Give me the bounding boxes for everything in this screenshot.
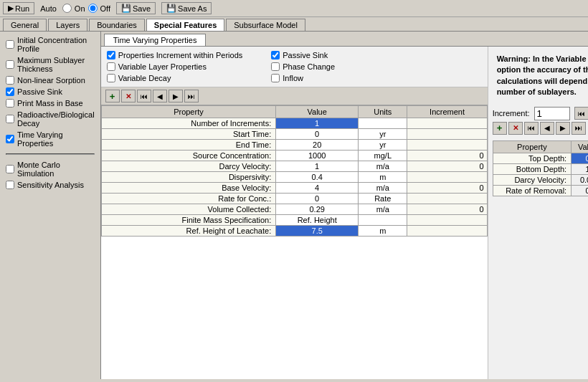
tab-boundaries[interactable]: Boundaries: [89, 19, 145, 31]
sub-row-value[interactable]: 0.01: [572, 174, 588, 185]
table-row: Source Concentration:1000mg/L0: [101, 151, 487, 161]
row-value[interactable]: 0.4: [276, 172, 359, 183]
tab-time-varying-properties[interactable]: Time Varying Properties: [104, 34, 207, 46]
item-print-mass: Print Mass in Base: [6, 97, 95, 109]
off-radio[interactable]: [88, 4, 98, 13]
row-value[interactable]: 4: [276, 183, 359, 194]
sub-prev-button[interactable]: ◀: [540, 122, 554, 135]
row-increment: [407, 194, 487, 204]
item-radioactive: Radioactive/Biological Decay: [6, 109, 95, 129]
sub-row-property: Darcy Velocity:: [493, 174, 572, 185]
sub-row-value[interactable]: 0: [572, 185, 588, 196]
max-sublayer-label: Maximum Sublayer Thickness: [17, 56, 95, 73]
monte-carlo-checkbox[interactable]: [6, 165, 14, 173]
increment-input[interactable]: [534, 107, 570, 120]
row-property: Ref. Height of Leachate:: [101, 226, 276, 237]
on-off-group: On Off: [62, 4, 110, 13]
sub-row-value[interactable]: 1: [572, 163, 588, 174]
nonlinear-sorption-checkbox[interactable]: [6, 76, 14, 85]
row-units: yr: [359, 140, 407, 151]
tab-general[interactable]: General: [3, 19, 47, 31]
row-property: Rate for Conc.:: [101, 194, 276, 204]
sub-table-toolbar: + ✕ ⏮ ◀ ▶ ⏭: [493, 120, 588, 136]
radioactive-label: Radioactive/Biological Decay: [17, 110, 95, 128]
row-value[interactable]: 1: [276, 118, 359, 129]
sub-next-button[interactable]: ▶: [556, 122, 570, 135]
row-value[interactable]: 0.29: [276, 204, 359, 215]
properties-increment-checkbox[interactable]: [107, 51, 115, 59]
row-value[interactable]: 1: [276, 161, 359, 172]
sub-table-row: Darcy Velocity:0.01m/a: [493, 174, 588, 185]
row-increment: [407, 129, 487, 140]
sub-last-button[interactable]: ⏭: [572, 122, 586, 135]
save-as-button[interactable]: 💾 Save As: [161, 2, 212, 14]
row-increment: 0: [407, 183, 487, 194]
sub-first-button[interactable]: ⏮: [524, 122, 539, 135]
sub-table-area: Property Value Units Top Depth:0mBottom …: [493, 140, 588, 196]
row-value[interactable]: 0: [276, 129, 359, 140]
tab-subsurface-model[interactable]: Subsurface Model: [226, 19, 305, 31]
variable-decay-checkbox[interactable]: [107, 74, 115, 82]
sub-add-button[interactable]: +: [493, 122, 507, 135]
print-mass-checkbox[interactable]: [6, 99, 14, 108]
right-panel: Time Varying Properties Properties Incre…: [101, 32, 588, 379]
checkbox-col-2: Passive Sink Phase Change Inflow: [271, 51, 335, 82]
on-radio[interactable]: [62, 4, 72, 13]
time-varying-checkbox[interactable]: [6, 135, 14, 143]
row-property: Source Concentration:: [101, 151, 276, 161]
passive-sink-opt-checkbox[interactable]: [271, 51, 280, 59]
prev-button[interactable]: ◀: [153, 90, 167, 102]
sub-col-property: Property: [493, 140, 572, 153]
item-max-sublayer: Maximum Sublayer Thickness: [6, 54, 95, 75]
table-row: Start Time:0yr: [101, 129, 487, 140]
add-row-button[interactable]: +: [105, 90, 120, 102]
inc-first-button[interactable]: ⏮: [574, 107, 588, 120]
row-value[interactable]: 7.5: [276, 226, 359, 237]
item-time-varying: Time Varying Properties: [6, 129, 95, 149]
row-value[interactable]: Ref. Height: [276, 215, 359, 226]
item-initial-concentration: Initial Concentration Profile: [6, 34, 95, 54]
passive-sink-opt-label: Passive Sink: [283, 51, 328, 59]
sub-table-row: Bottom Depth:1m: [493, 163, 588, 174]
sub-row-value[interactable]: 0: [572, 153, 588, 163]
tab-layers[interactable]: Layers: [48, 19, 87, 31]
right-sub-panel: Warning: In the Variable Properties opti…: [488, 47, 588, 379]
row-value[interactable]: 0: [276, 194, 359, 204]
first-button[interactable]: ⏮: [137, 90, 151, 102]
row-increment: 0: [407, 151, 487, 161]
last-button[interactable]: ⏭: [184, 90, 199, 102]
delete-row-button[interactable]: ✕: [121, 90, 136, 102]
phase-change-checkbox[interactable]: [271, 62, 280, 71]
table-row: Rate for Conc.:0Rate: [101, 194, 487, 204]
save-button[interactable]: 💾 Save: [116, 2, 156, 14]
initial-concentration-checkbox[interactable]: [6, 40, 14, 49]
warning-text: Warning: In the Variable Properties opti…: [493, 51, 588, 101]
max-sublayer-checkbox[interactable]: [6, 60, 14, 69]
passive-sink-checkbox[interactable]: [6, 87, 14, 96]
row-units: m/a: [359, 183, 407, 194]
tab-special-features[interactable]: Special Features: [146, 19, 224, 31]
time-varying-label: Time Varying Properties: [17, 130, 95, 148]
row-property: Start Time:: [101, 129, 276, 140]
row-value[interactable]: 20: [276, 140, 359, 151]
variable-layer-checkbox[interactable]: [107, 62, 115, 71]
col-property: Property: [101, 106, 276, 118]
inflow-label: Inflow: [283, 74, 303, 82]
sensitivity-checkbox[interactable]: [6, 181, 14, 189]
run-button[interactable]: ▶ Run: [3, 2, 34, 14]
save-as-icon: 💾: [166, 4, 176, 13]
table-row: Dispersivity:0.4m: [101, 172, 487, 183]
next-button[interactable]: ▶: [169, 90, 183, 102]
check-variable-layer: Variable Layer Properties: [107, 62, 243, 71]
sub-delete-button[interactable]: ✕: [508, 122, 523, 135]
row-value[interactable]: 1000: [276, 151, 359, 161]
options-area: Properties Increment within Periods Vari…: [101, 47, 488, 379]
inflow-checkbox[interactable]: [271, 74, 280, 82]
increment-row: Increment: ⏮ ◀ ▶ ⏭: [493, 107, 588, 120]
check-phase-change: Phase Change: [271, 62, 335, 71]
col-value: Value: [276, 106, 359, 118]
row-increment: [407, 172, 487, 183]
radioactive-checkbox[interactable]: [6, 115, 14, 123]
main-table: Property Value Units Increment Number of…: [101, 105, 488, 237]
check-passive-sink: Passive Sink: [271, 51, 335, 59]
